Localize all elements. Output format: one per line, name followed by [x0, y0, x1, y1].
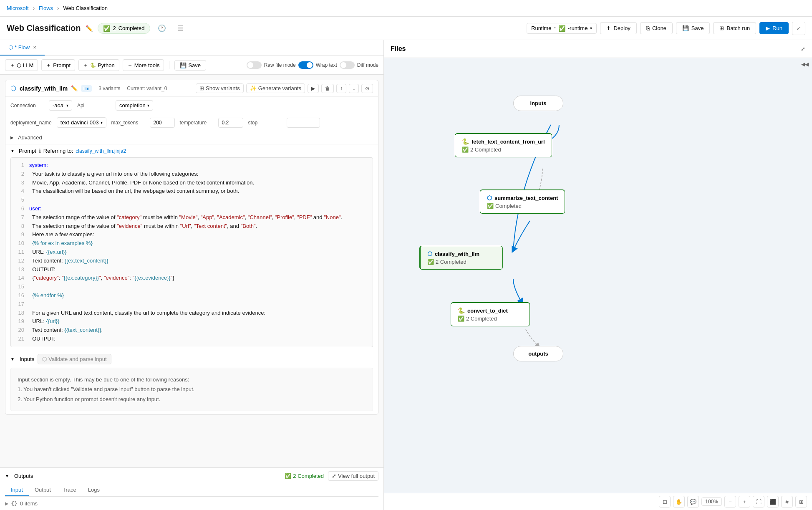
llm-icon: ⬡	[17, 62, 21, 68]
batch-run-button[interactable]: ⊞ Batch run	[713, 22, 756, 34]
move-down-button[interactable]: ↓	[349, 84, 359, 93]
code-line-12: 12 Text content: {{ex.text_content}}	[14, 257, 369, 265]
deploy-button[interactable]: ⬆ Deploy	[600, 22, 636, 34]
validate-input-button[interactable]: ⬡ Validate and parse input	[38, 354, 111, 364]
move-up-button[interactable]: ↑	[336, 84, 346, 93]
flow-node-fetch[interactable]: 🐍 fetch_text_content_from_url ✅ 2 Comple…	[455, 133, 552, 157]
canvas-fullscreen-icon[interactable]: ⛶	[753, 496, 764, 507]
canvas-hand-icon[interactable]: ✋	[673, 496, 685, 507]
clone-button[interactable]: ⎘ Clone	[640, 22, 673, 34]
collapse-left-icon[interactable]: ◀◀	[384, 58, 812, 71]
canvas-sidebar-icon[interactable]: ⬛	[767, 496, 779, 507]
prompt-file-link[interactable]: classify_with_llm.jinja2	[76, 148, 126, 154]
show-variants-button[interactable]: ⊞ Show variants	[196, 83, 244, 93]
plus-llm-icon: ＋	[10, 61, 15, 69]
current-variant: Current: variant_0	[127, 86, 167, 91]
advanced-chevron-icon: ▶	[10, 135, 14, 140]
code-line-3: 3 Movie, App, Academic, Channel, Profile…	[14, 179, 369, 187]
wrap-text-toggle[interactable]	[298, 61, 313, 69]
raw-file-mode-toggle[interactable]	[247, 61, 262, 69]
save-toolbar-button[interactable]: 💾 Save	[174, 60, 206, 71]
temperature-input[interactable]	[218, 118, 243, 128]
max-tokens-input[interactable]	[150, 118, 175, 128]
fetch-status-icon: ✅	[462, 146, 469, 153]
summarize-status-icon: ✅	[487, 203, 494, 209]
diff-mode-label: Diff mode	[357, 62, 378, 68]
summarize-llm-icon: ⬡	[487, 194, 492, 201]
flow-node-inputs[interactable]: inputs	[513, 96, 563, 111]
api-select[interactable]: completion ▾	[116, 100, 153, 111]
code-line-11: 11 URL: {{ex.url}}	[14, 248, 369, 257]
fetch-python-icon: 🐍	[462, 138, 469, 145]
code-line-5: 5	[14, 196, 369, 205]
canvas-grid-icon[interactable]: #	[781, 496, 793, 507]
history-icon[interactable]: 🕐	[155, 22, 169, 35]
more-node-options-button[interactable]: ⊙	[361, 84, 373, 93]
diff-mode-toggle[interactable]	[340, 61, 355, 69]
runtime-label: Runtime	[531, 25, 551, 31]
editor-toolbar: ＋ ⬡ LLM ＋ Prompt ＋ 🐍 Python ＋ More tools…	[0, 56, 383, 75]
tab-input[interactable]: Input	[5, 484, 29, 496]
run-button[interactable]: ▶ Run	[759, 22, 789, 34]
generate-variants-button[interactable]: ✨ Generate variants	[246, 83, 305, 93]
canvas-more-icon[interactable]: ⊞	[795, 496, 807, 507]
add-llm-button[interactable]: ＋ ⬡ LLM	[5, 59, 38, 71]
breadcrumb-microsoft[interactable]: Microsoft	[7, 5, 29, 11]
canvas-comment-icon[interactable]: 💬	[687, 496, 699, 507]
tab-logs[interactable]: Logs	[82, 484, 106, 496]
deployment-select[interactable]: text-davinci-003 ▾	[57, 117, 106, 128]
outputs-status: ✅ 2 Completed	[285, 473, 324, 479]
files-title: Files	[391, 45, 406, 53]
status-count: 2	[113, 25, 116, 31]
connection-select[interactable]: -aoai ▾	[49, 100, 72, 111]
code-line-14: 14 {"category": "{{ex.category}}", "evid…	[14, 274, 369, 283]
code-line-8: 8 The selection range of the value of "e…	[14, 222, 369, 231]
expand-icon[interactable]: ⤢	[792, 22, 805, 35]
tab-output[interactable]: Output	[29, 484, 57, 496]
stop-input[interactable]	[287, 118, 320, 128]
code-line-15: 15	[14, 283, 369, 291]
files-expand-icon[interactable]: ⤢	[801, 46, 805, 52]
zoom-in-button[interactable]: +	[739, 496, 750, 507]
breadcrumb-flows[interactable]: Flows	[39, 5, 53, 11]
tab-trace[interactable]: Trace	[57, 484, 82, 496]
runtime-selector[interactable]: Runtime * ✅ -runtime ▾	[527, 23, 597, 34]
flow-node-classify[interactable]: ⬡ classify_with_llm ✅ 2 Completed	[419, 246, 503, 270]
add-python-button[interactable]: ＋ 🐍 Python	[78, 59, 119, 71]
tab-close-icon[interactable]: ✕	[33, 45, 36, 50]
flow-node-convert[interactable]: 🐍 convert_to_dict ✅ 2 Completed	[451, 302, 530, 326]
outputs-section: ▼ Outputs ✅ 2 Completed ⤢ View full outp…	[0, 467, 383, 510]
convert-node-status: ✅ 2 Completed	[458, 316, 523, 322]
edit-node-icon[interactable]: ✏️	[71, 85, 78, 91]
advanced-toggle[interactable]: ▶ Advanced	[10, 134, 373, 141]
json-expand-icon[interactable]: ▶	[5, 500, 8, 507]
view-full-output-button[interactable]: ⤢ View full output	[328, 471, 378, 481]
add-prompt-button[interactable]: ＋ Prompt	[41, 59, 75, 71]
canvas-fit-icon[interactable]: ⊡	[659, 496, 671, 507]
edit-title-icon[interactable]: ✏️	[86, 25, 93, 32]
more-tools-button[interactable]: ＋ More tools	[123, 59, 164, 71]
outputs-title: Outputs	[14, 473, 33, 479]
code-line-4: 4 The classification will be based on th…	[14, 187, 369, 196]
zoom-level[interactable]: 100%	[701, 497, 722, 506]
run-node-button[interactable]: ▶	[308, 84, 319, 93]
temperature-label: temperature	[180, 120, 213, 126]
save-header-button[interactable]: 💾 Save	[676, 22, 710, 34]
flow-node-outputs[interactable]: outputs	[513, 346, 563, 361]
toolbar-separator	[169, 61, 169, 69]
convert-status-icon: ✅	[458, 316, 464, 322]
flow-node-inputs-label: inputs	[520, 100, 556, 106]
zoom-out-button[interactable]: −	[724, 496, 736, 507]
classify-status-icon: ✅	[427, 259, 434, 265]
classify-node-status: ✅ 2 Completed	[427, 259, 496, 265]
prompt-collapse-icon: ▼	[10, 149, 15, 153]
tab-flow[interactable]: ⬡ * Flow ✕	[0, 40, 45, 56]
code-line-17: 17	[14, 300, 369, 309]
classify-node-card: ⬡ classify_with_llm ✏️ llm 3 variants Cu…	[5, 80, 378, 415]
code-line-9: 9 Here are a few examples:	[14, 230, 369, 239]
flow-node-summarize[interactable]: ⬡ summarize_text_content ✅ Completed	[480, 189, 565, 214]
delete-node-button[interactable]: 🗑	[321, 84, 334, 93]
prompt-label: Prompt	[19, 148, 36, 154]
list-icon[interactable]: ☰	[174, 22, 187, 35]
summarize-node-title: ⬡ summarize_text_content	[487, 194, 558, 201]
